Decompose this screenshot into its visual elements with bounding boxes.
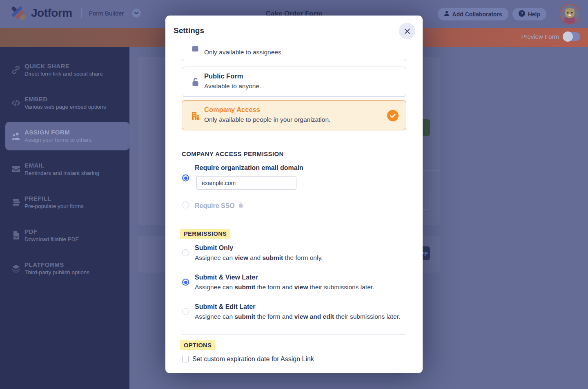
app-stage: Jotform Form Builder Cake Order Form Add… bbox=[0, 0, 588, 389]
sidebar-item-desc: Download fillable PDF bbox=[24, 236, 79, 242]
sidebar-item-label: EMBED bbox=[24, 96, 48, 103]
permissions-heading: PERMISSIONS bbox=[180, 229, 230, 239]
help-button[interactable]: ? Help bbox=[512, 8, 546, 20]
radio-submit-view-later[interactable] bbox=[182, 279, 189, 286]
link-icon bbox=[11, 65, 21, 75]
prefill-stack-icon bbox=[11, 197, 21, 207]
access-card-desc: Available to anyone. bbox=[204, 83, 261, 90]
add-collaborators-button[interactable]: Add Collaborators bbox=[438, 8, 508, 20]
sidebar-item-assign-form[interactable]: ASSIGN FORM Assign your forms to others bbox=[0, 127, 129, 154]
require-sso-text: Require SSO bbox=[195, 202, 235, 210]
access-card-desc: Only available to people in your organiz… bbox=[204, 116, 330, 123]
section-divider bbox=[182, 220, 406, 220]
require-email-domain-label: Require organization email domain bbox=[195, 164, 303, 172]
sidebar-item-label: PDF bbox=[24, 228, 38, 235]
help-label: Help bbox=[528, 11, 540, 18]
permission-title: Submit Only bbox=[195, 244, 233, 252]
user-avatar[interactable] bbox=[559, 4, 580, 25]
permission-title: Submit & Edit Later bbox=[195, 303, 255, 311]
question-icon: ? bbox=[519, 10, 525, 18]
organization-domain-input[interactable] bbox=[196, 176, 296, 190]
sidebar-item-label: PLATFORMS bbox=[24, 261, 64, 268]
access-card-desc: Only available to assignees. bbox=[204, 49, 283, 56]
sidebar-item-label: EMAIL bbox=[24, 162, 45, 169]
person-icon bbox=[444, 11, 450, 18]
publish-sidebar: QUICK SHARE Direct form link and social … bbox=[0, 47, 129, 389]
code-icon bbox=[11, 98, 21, 108]
sidebar-item-pdf[interactable]: PDF PDF Download fillable PDF bbox=[0, 227, 129, 253]
sidebar-item-label: ASSIGN FORM bbox=[24, 129, 70, 136]
selected-check-icon bbox=[387, 110, 399, 121]
permission-desc: Assignee can submit the form and view th… bbox=[195, 284, 374, 291]
radio-require-sso[interactable] bbox=[182, 201, 189, 208]
add-collaborators-label: Add Collaborators bbox=[452, 11, 502, 18]
building-icon bbox=[190, 110, 200, 121]
sidebar-item-quick-share[interactable]: QUICK SHARE Direct form link and social … bbox=[0, 61, 129, 87]
toggle-knob bbox=[563, 31, 573, 42]
layers-icon bbox=[11, 264, 21, 273]
radio-require-email-domain[interactable] bbox=[182, 174, 189, 181]
sidebar-item-platforms[interactable]: PLATFORMS Third-party publish options bbox=[0, 260, 129, 286]
expiration-date-label: Set custom expiration date for Assign Li… bbox=[192, 355, 314, 363]
section-divider bbox=[182, 334, 406, 335]
sidebar-item-desc: Reminders and instant sharing bbox=[24, 170, 99, 176]
lock-closed-icon bbox=[190, 46, 200, 53]
people-icon bbox=[11, 131, 21, 141]
lock-open-icon bbox=[190, 77, 200, 87]
sidebar-item-label: QUICK SHARE bbox=[24, 63, 70, 69]
radio-submit-only[interactable] bbox=[182, 249, 189, 256]
svg-text:PDF: PDF bbox=[13, 235, 19, 238]
require-sso-label: Require SSO bbox=[195, 202, 244, 210]
options-heading: OPTIONS bbox=[180, 340, 215, 350]
radio-submit-edit-later[interactable] bbox=[182, 308, 189, 315]
settings-modal-title: Settings bbox=[174, 26, 204, 35]
pdf-file-icon: PDF bbox=[11, 230, 21, 240]
sidebar-item-desc: Various web page embed options bbox=[24, 104, 106, 110]
expiration-date-checkbox[interactable] bbox=[182, 356, 189, 362]
sidebar-item-desc: Third-party publish options bbox=[24, 269, 89, 275]
permission-title: Submit & View Later bbox=[195, 274, 258, 281]
settings-modal: Settings Only available to assignees. Pu… bbox=[165, 16, 423, 373]
sidebar-item-desc: Assign your forms to others bbox=[24, 137, 91, 143]
access-card-title: Public Form bbox=[204, 72, 243, 80]
access-card-private[interactable]: Only available to assignees. bbox=[182, 46, 406, 61]
sidebar-item-label: PREFILL bbox=[24, 195, 51, 202]
sidebar-item-embed[interactable]: EMBED Various web page embed options bbox=[0, 94, 129, 121]
preview-form-label: Preview Form bbox=[521, 33, 559, 40]
preview-form-toggle[interactable] bbox=[564, 32, 580, 41]
sidebar-item-desc: Direct form link and social share bbox=[24, 71, 103, 77]
section-divider bbox=[182, 142, 406, 142]
sidebar-item-email[interactable]: EMAIL Reminders and instant sharing bbox=[0, 161, 129, 187]
company-access-permission-heading: COMPANY ACCESS PERMISSION bbox=[182, 150, 284, 157]
sidebar-item-prefill[interactable]: PREFILL Pre-populate your forms bbox=[0, 194, 129, 220]
sidebar-item-desc: Pre-populate your forms bbox=[24, 203, 84, 209]
lock-small-icon bbox=[238, 202, 244, 210]
close-icon[interactable] bbox=[399, 23, 415, 39]
settings-modal-body: Only available to assignees. Public Form… bbox=[165, 46, 423, 373]
svg-text:?: ? bbox=[520, 11, 523, 16]
permission-desc: Assignee can view and submit the form on… bbox=[195, 254, 323, 262]
permission-desc: Assignee can submit the form and view an… bbox=[195, 313, 400, 320]
settings-modal-header: Settings bbox=[165, 16, 423, 46]
access-card-title: Company Access bbox=[204, 106, 260, 114]
access-card-company[interactable]: Company Access Only available to people … bbox=[182, 100, 406, 130]
envelope-icon bbox=[11, 164, 21, 174]
access-card-public[interactable]: Public Form Available to anyone. bbox=[182, 67, 406, 97]
